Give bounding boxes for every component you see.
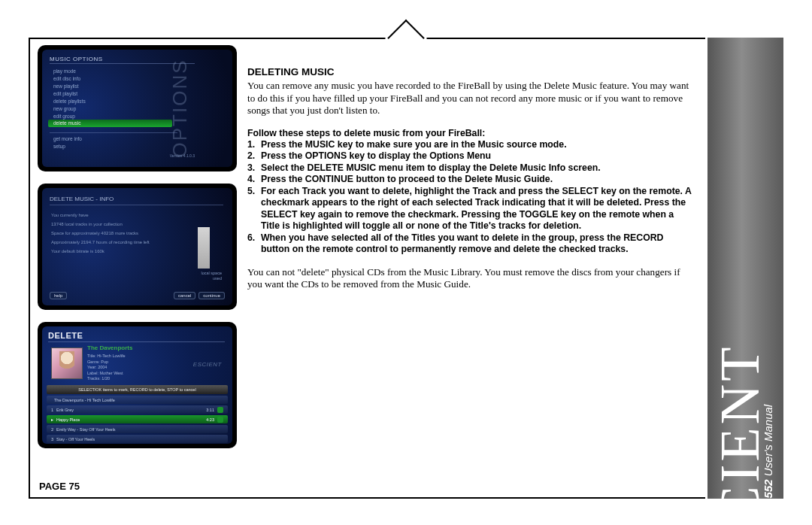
intro-paragraph: You can remove any music you have record… — [247, 80, 692, 117]
screen3-track-list: The Davenports - Hi Tech Lowlife1Erik Gr… — [47, 396, 228, 444]
screen2-help-button: help — [50, 292, 67, 299]
screen1-title: MUSIC OPTIONS — [50, 56, 103, 62]
brand-text: ESCIENT — [709, 344, 771, 499]
page-number: PAGE 75 — [39, 481, 80, 492]
step-item: Press the MUSIC key to make sure you are… — [247, 139, 692, 151]
step-item: Select the DELETE MUSIC menu item to dis… — [247, 162, 692, 174]
screen1-version: Version 4.1.0.3 — [170, 153, 195, 158]
steps-list: Press the MUSIC key to make sure you are… — [247, 139, 692, 256]
screen3-track-row: 1Erik Grey3:11 — [47, 405, 228, 414]
screen3-track-row: 3Stay - Off Your Heels — [47, 435, 228, 443]
page-content: MUSIC OPTIONS play mode edit disc info n… — [38, 45, 692, 489]
screen3-track-row: ▸Happy Place4:23 — [47, 415, 228, 423]
screenshot-options-menu: MUSIC OPTIONS play mode edit disc info n… — [38, 45, 237, 171]
screen3-album-meta: Title: Hi-Tech Lowlife Genre: Pop Year: … — [87, 354, 126, 382]
checkmark-icon — [217, 407, 223, 413]
closing-paragraph: You can not "delete" physical CDs from t… — [247, 266, 692, 291]
screenshot-delete-info: DELETE MUSIC - INFO You currently have 1… — [38, 184, 237, 310]
screen1-options-label: OPTIONS — [168, 59, 192, 157]
screen2-usage-bar — [198, 227, 210, 269]
checkmark-icon — [217, 417, 223, 423]
screen1-menu-after: get more info setup — [53, 135, 82, 150]
step-item: Press the OPTIONS key to display the Opt… — [247, 150, 692, 162]
screen3-track-row: 2Emily Way - Stay Off Your Heels — [47, 425, 228, 433]
screen3-album-name: The Davenports — [87, 344, 132, 351]
screen2-bar-label: local space used — [201, 271, 222, 281]
screen2-title: DELETE MUSIC - INFO — [50, 196, 114, 202]
screen3-escient-logo: ESCIENT — [193, 361, 222, 368]
screenshots-column: MUSIC OPTIONS play mode edit disc info n… — [38, 45, 237, 489]
step-item: For each Track you want to delete, highl… — [247, 186, 692, 232]
screenshot-delete-guide: DELETE The Davenports Title: Hi-Tech Low… — [38, 322, 237, 448]
screen2-continue-button: continue — [198, 292, 225, 299]
section-heading: DELETING MUSIC — [247, 66, 692, 77]
screen3-track-row: The Davenports - Hi Tech Lowlife — [47, 396, 228, 404]
screen3-instruction-bar: SELECT/OK items to mark, RECORD to delet… — [47, 385, 228, 394]
brand-logo: ESCIENT® — [717, 331, 763, 499]
screen3-title: DELETE — [48, 331, 83, 340]
screen1-highlight-text: delete music — [53, 120, 81, 127]
screen2-cancel-button: cancel — [174, 292, 195, 299]
brand-sidebar: ESCIENT® FireBall™ DVDM-552 User's Manua… — [705, 38, 783, 499]
screen3-album-art — [51, 347, 83, 379]
screen2-body: You currently have 13748 local tracks in… — [51, 211, 150, 256]
step-item: When you have selected all of the Titles… — [247, 232, 692, 256]
text-column: DELETING MUSIC You can remove any music … — [247, 45, 692, 489]
steps-lead: Follow these steps to delete music from … — [247, 128, 692, 138]
step-item: Press the CONTINUE button to proceed to … — [247, 174, 692, 186]
screen1-menu-items: play mode edit disc info new playlist ed… — [53, 68, 86, 128]
